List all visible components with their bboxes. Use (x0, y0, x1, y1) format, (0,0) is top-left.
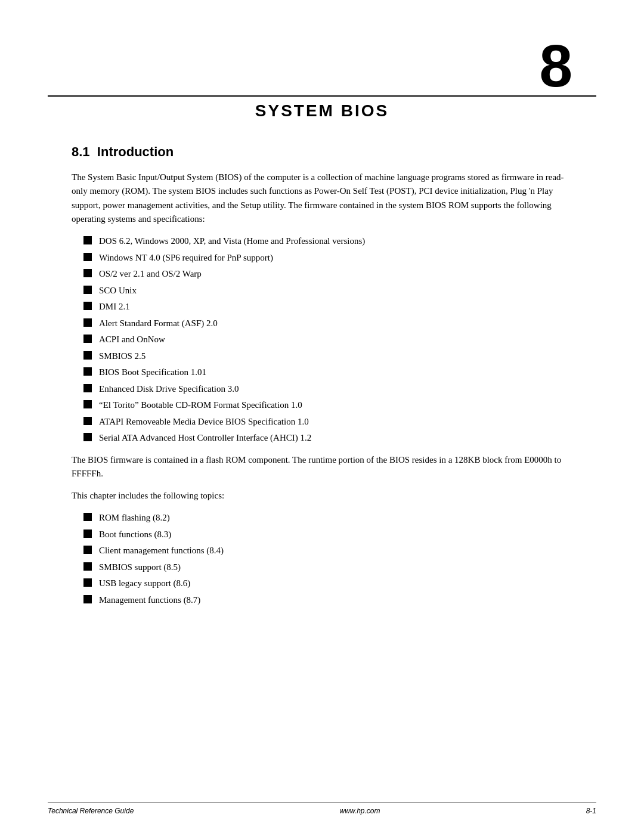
list-item: SMBIOS support (8.5) (83, 561, 572, 574)
list-item: Alert Standard Format (ASF) 2.0 (83, 317, 572, 330)
chapter-number: 8 (539, 36, 572, 95)
list-item: USB legacy support (8.6) (83, 577, 572, 590)
bullet-text: DOS 6.2, Windows 2000, XP, and Vista (Ho… (99, 234, 572, 248)
section-title: Introduction (97, 144, 174, 159)
bullet-icon (83, 269, 92, 277)
bullet-text: Enhanced Disk Drive Specification 3.0 (99, 382, 572, 396)
bullet-icon (83, 595, 92, 603)
bullet-text: SCO Unix (99, 284, 572, 298)
bullet-icon (83, 433, 92, 441)
bullet-text: ATAPI Removeable Media Device BIOS Speci… (99, 415, 572, 429)
bullet-text: Management functions (8.7) (99, 593, 572, 607)
content-area: 8.1 Introduction The System Basic Input/… (0, 138, 644, 651)
bullet-text: DMI 2.1 (99, 300, 572, 314)
footer-content: Technical Reference Guide www.hp.com 8-1 (48, 807, 596, 815)
list-item: DOS 6.2, Windows 2000, XP, and Vista (Ho… (83, 234, 572, 248)
bullet-icon (83, 529, 92, 538)
bullet-icon (83, 236, 92, 244)
bullet-icon (83, 400, 92, 408)
bullet-icon (83, 562, 92, 571)
bullet-text: SMBIOS 2.5 (99, 349, 572, 363)
list-item: SMBIOS 2.5 (83, 349, 572, 363)
bullet-icon (83, 546, 92, 554)
bullet-text: ROM flashing (8.2) (99, 511, 572, 525)
bullet-text: “El Torito” Bootable CD-ROM Format Speci… (99, 398, 572, 412)
bullet-icon (83, 335, 92, 343)
page-container: 8 SYSTEM BIOS 8.1 Introduction The Syste… (0, 0, 644, 833)
chapter-title-area: SYSTEM BIOS (0, 97, 644, 138)
section-number: 8.1 (72, 144, 90, 159)
list-item: ACPI and OnNow (83, 333, 572, 346)
chapter-intro-paragraph: This chapter includes the following topi… (72, 489, 572, 503)
bullet-icon (83, 513, 92, 521)
bullet-icon (83, 578, 92, 587)
list-item: SCO Unix (83, 284, 572, 298)
list-item: Boot functions (8.3) (83, 528, 572, 541)
intro-paragraph: The System Basic Input/Output System (BI… (72, 171, 572, 226)
list-item: “El Torito” Bootable CD-ROM Format Speci… (83, 398, 572, 412)
bullet-icon (83, 253, 92, 261)
bullet-icon (83, 417, 92, 425)
bullet-text: Boot functions (8.3) (99, 528, 572, 541)
list-item: Enhanced Disk Drive Specification 3.0 (83, 382, 572, 396)
bullet-text: USB legacy support (8.6) (99, 577, 572, 590)
list-item: ATAPI Removeable Media Device BIOS Speci… (83, 415, 572, 429)
list-item: Client management functions (8.4) (83, 544, 572, 558)
page-footer: Technical Reference Guide www.hp.com 8-1 (0, 803, 644, 815)
bullet-icon (83, 351, 92, 360)
list-item: Serial ATA Advanced Host Controller Inte… (83, 431, 572, 445)
bullet-icon (83, 286, 92, 294)
bullet-text: Client management functions (8.4) (99, 544, 572, 558)
list-item: DMI 2.1 (83, 300, 572, 314)
bullet-icon (83, 302, 92, 310)
list-item: Management functions (8.7) (83, 593, 572, 607)
footer-right: 8-1 (586, 807, 596, 815)
footer-center: www.hp.com (339, 807, 380, 815)
section-heading: 8.1 Introduction (72, 144, 572, 160)
list-item: OS/2 ver 2.1 and OS/2 Warp (83, 267, 572, 281)
footer-rule (48, 803, 596, 803)
list-item: Windows NT 4.0 (SP6 required for PnP sup… (83, 251, 572, 265)
footer-left: Technical Reference Guide (48, 807, 134, 815)
list-item: BIOS Boot Specification 1.01 (83, 366, 572, 379)
bullet-text: Serial ATA Advanced Host Controller Inte… (99, 431, 572, 445)
topics-list: ROM flashing (8.2)Boot functions (8.3)Cl… (83, 511, 572, 606)
bullet-text: SMBIOS support (8.5) (99, 561, 572, 574)
flash-rom-paragraph: The BIOS firmware is contained in a flas… (72, 453, 572, 481)
os-spec-list: DOS 6.2, Windows 2000, XP, and Vista (Ho… (83, 234, 572, 445)
bullet-text: BIOS Boot Specification 1.01 (99, 366, 572, 379)
bullet-icon (83, 384, 92, 392)
chapter-title: SYSTEM BIOS (48, 101, 596, 120)
chapter-number-area: 8 (0, 0, 644, 95)
bullet-text: Windows NT 4.0 (SP6 required for PnP sup… (99, 251, 572, 265)
list-item: ROM flashing (8.2) (83, 511, 572, 525)
bullet-text: OS/2 ver 2.1 and OS/2 Warp (99, 267, 572, 281)
bullet-text: ACPI and OnNow (99, 333, 572, 346)
bullet-icon (83, 318, 92, 327)
bullet-icon (83, 367, 92, 376)
bullet-text: Alert Standard Format (ASF) 2.0 (99, 317, 572, 330)
